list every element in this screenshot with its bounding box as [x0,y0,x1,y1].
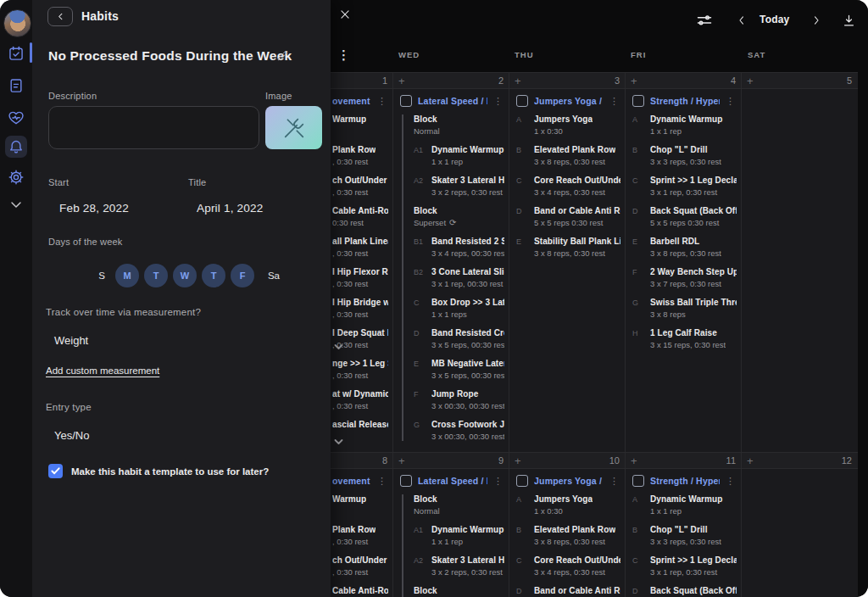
day-chip-w[interactable]: W [173,264,197,287]
exercise-item[interactable]: Cable Anti-Rotati...0:30 rest [332,586,388,597]
exercise-item[interactable]: l Hip Bridge w/ ..., 0:30 rest [332,298,388,319]
workout-card[interactable]: Strength / Hypertro...⋮ADynamic Warmup1 … [626,469,741,597]
template-checkbox[interactable] [48,464,63,478]
exercise-item[interactable]: nge >> 1 Leg St..., 0:30 rest [332,359,388,380]
workout-card-title[interactable]: Strength / Hypertro... [650,96,720,106]
workout-card[interactable]: Lateral Speed / Plyo⋮BlockNormalA1Dynami… [393,469,509,597]
add-event-button[interactable]: + [515,455,521,466]
exercise-item[interactable]: DBack Squat (Back Off Set)5 x 5 reps 0:3… [632,206,737,227]
exercise-item[interactable]: l Hip Flexor Rais..., 0:30 rest [332,267,388,288]
heart-pulse-icon[interactable] [5,107,27,129]
workout-card-title[interactable]: Strength / Hypertro... [650,476,720,486]
chevron-left-icon[interactable] [732,11,751,30]
kebab-menu-icon[interactable]: ⋮ [493,476,504,487]
calendar-check-icon[interactable] [5,42,27,64]
exercise-item[interactable]: AJumpers Yoga1 x 0:30 [516,114,620,136]
exercise-item[interactable]: EBarbell RDL3 x 8 reps, 0:30 rest [632,237,737,258]
exercise-item[interactable]: Cable Anti-Rotati...0:30 rest [332,206,388,227]
today-button[interactable]: Today [754,13,794,26]
kebab-menu-icon[interactable]: ⋮ [726,476,737,487]
exercise-item[interactable]: EMB Negative Lateral Hop...3 x 5 reps, 0… [414,359,504,380]
avatar[interactable] [3,9,31,37]
exercise-item[interactable]: Plank Row, 0:30 rest [332,145,388,166]
exercise-item[interactable]: GSwiss Ball Triple Threat3 x 8 reps [632,298,737,319]
workout-card-title[interactable]: Lateral Speed / Plyo [418,96,487,106]
card-checkbox[interactable] [516,475,528,487]
day-chip-sa[interactable]: Sa [262,264,286,287]
card-checkbox[interactable] [400,95,412,107]
workout-card[interactable]: Jumpers Yoga / Core⋮AJumpers Yoga1 x 0:3… [509,469,625,597]
workout-card[interactable]: Lateral Speed / Plyo⋮BlockNormalA1Dynami… [393,89,509,441]
card-checkbox[interactable] [516,95,528,107]
exercise-item[interactable]: Warmup [332,114,388,136]
exercise-item[interactable]: DBand or Cable Anti Rotati...5 x 5 reps … [516,206,620,227]
exercise-item[interactable]: ADynamic Warmup1 x 1 rep [632,494,737,516]
gear-icon[interactable] [5,166,27,188]
exercise-item[interactable]: B1Band Resisted 2 Step Late...3 x 4 reps… [414,237,504,258]
kebab-menu-icon[interactable]: ⋮ [726,96,737,107]
exercise-item[interactable]: ch Out/Under, 0:30 rest [332,176,388,197]
exercise-item[interactable]: A1Dynamic Warmup1 x 1 rep [414,525,504,546]
exercise-item[interactable]: H1 Leg Calf Raise3 x 15 reps, 0:30 rest [632,328,737,349]
exercise-item[interactable]: A2Skater 3 Lateral Hops >> ...3 x 2 reps… [414,555,504,577]
add-custom-measurement-link[interactable]: Add custom measurement [46,365,159,376]
workout-card-title[interactable]: ovement Q... [332,476,371,486]
card-checkbox[interactable] [632,475,644,487]
exercise-item[interactable]: GCross Footwork Jump Rope3 x 00:30, 00:3… [414,420,504,441]
start-date-value[interactable]: Feb 28, 2022 [59,202,129,215]
workout-card-title[interactable]: Jumpers Yoga / Core [534,96,604,106]
filter-sliders-icon[interactable] [695,11,714,30]
exercise-item[interactable]: BChop "L" Drill3 x 3 reps, 0:30 rest [632,525,737,546]
workout-card-title[interactable]: ovement Q... [332,96,371,106]
exercise-item[interactable]: ch Out/Under, 0:30 rest [332,555,388,577]
add-event-button[interactable]: + [398,455,405,466]
back-button[interactable] [47,7,73,26]
document-icon[interactable] [5,75,27,97]
add-event-button[interactable]: + [398,75,405,86]
card-checkbox[interactable] [632,95,644,107]
add-event-button[interactable]: + [747,75,754,86]
day-chip-s[interactable]: S [90,264,114,287]
bell-icon[interactable] [5,136,27,158]
exercise-item[interactable]: CSprint >> 1 Leg Declarations3 x 1 rep, … [632,176,737,197]
exercise-item[interactable]: BChop "L" Drill3 x 3 reps, 0:30 rest [632,145,737,166]
day-chip-t[interactable]: T [202,264,225,287]
day-chip-t[interactable]: T [144,264,168,287]
workout-card[interactable]: Jumpers Yoga / Core⋮AJumpers Yoga1 x 0:3… [509,89,625,258]
exercise-item[interactable]: FJump Rope3 x 00:30, 00:30 rest [414,389,504,410]
close-icon[interactable] [339,8,353,22]
add-event-button[interactable]: + [631,455,637,466]
add-event-button[interactable]: + [515,75,521,86]
habit-image-thumbnail[interactable] [265,106,322,149]
card-checkbox[interactable] [400,475,412,487]
exercise-item[interactable]: BElevated Plank Row3 x 8 reps, 0:30 rest [516,525,620,546]
chevron-right-icon[interactable] [807,11,826,30]
exercise-item[interactable]: AJumpers Yoga1 x 0:30 [516,494,620,516]
kebab-menu-icon[interactable]: ⋮ [337,47,350,63]
exercise-item[interactable]: EStability Ball Plank Linear ...3 x 8 re… [516,237,620,258]
workout-card[interactable]: ovement Q...⋮WarmupPlank Row, 0:30 restc… [331,89,392,441]
chevron-down-icon[interactable] [5,193,27,215]
exercise-item[interactable]: F2 Way Bench Step Up3 x 7 reps, 0:30 res… [632,267,737,288]
exercise-item[interactable]: DBand or Cable Anti Rotati...5 x 5 reps … [516,586,620,597]
exercise-item[interactable]: CCore Reach Out/Under3 x 4 reps, 0:30 re… [516,555,620,577]
exercise-item[interactable]: Plank Row, 0:30 rest [332,525,388,546]
day-chip-f[interactable]: F [231,264,254,287]
kebab-menu-icon[interactable]: ⋮ [377,96,388,107]
add-event-button[interactable]: + [631,75,637,86]
workout-card-title[interactable]: Jumpers Yoga / Core [534,476,604,486]
end-date-value[interactable]: April 1, 2022 [197,202,263,215]
edit-pencil-icon[interactable] [276,49,290,63]
workout-card[interactable]: ovement Q...⋮WarmupPlank Row, 0:30 restc… [331,469,392,597]
download-icon[interactable] [839,11,858,30]
workout-card-title[interactable]: Lateral Speed / Plyo [418,476,487,486]
add-event-button[interactable]: + [747,455,754,466]
exercise-item[interactable]: B23 Cone Lateral Slide3 x 1 rep, 00:30 r… [414,267,504,288]
exercise-item[interactable]: DBack Squat (Back Off Set)5 x 5 reps 0:3… [632,586,737,597]
day-chip-m[interactable]: M [115,264,139,287]
entry-type-select[interactable]: Yes/No [54,429,89,442]
description-input[interactable] [48,106,259,149]
kebab-menu-icon[interactable]: ⋮ [377,476,388,487]
exercise-item[interactable]: CCore Reach Out/Under3 x 4 reps, 0:30 re… [516,176,620,197]
measurement-select[interactable]: Weight [54,334,88,347]
